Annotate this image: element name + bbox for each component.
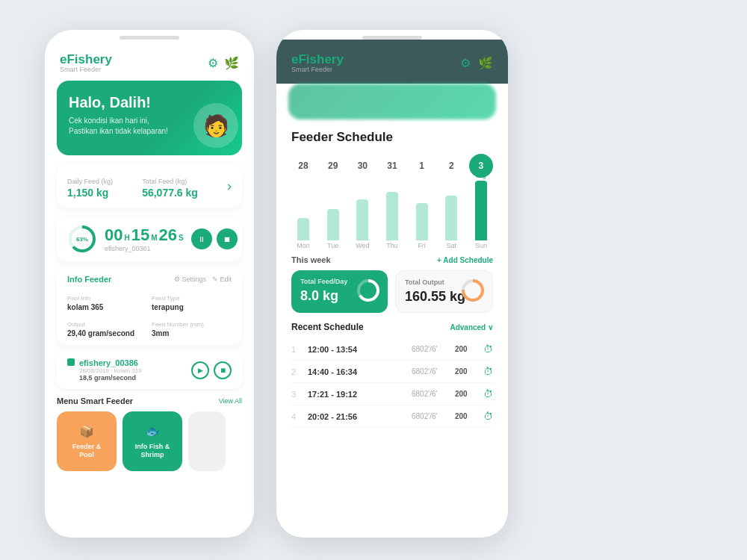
device-stop-button[interactable]: ⏹ [214, 361, 232, 379]
device-info: efishery_00386 28/08/2019 · kolam 319 18… [79, 358, 142, 382]
feeder-pool-card[interactable]: 📦 Feeder &Pool [57, 411, 117, 471]
bar-label-2: Wed [356, 242, 369, 249]
recent-schedule-title: Recent Schedule [291, 322, 364, 332]
device-play-button[interactable]: ▶ [191, 361, 209, 379]
device-name: efishery_00386 [79, 358, 142, 367]
advanced-button[interactable]: Advanced ∨ [450, 323, 493, 332]
output-label: Output [67, 321, 85, 328]
pool-label: Pool Info [67, 295, 91, 302]
fish-icon[interactable]: 🌿 [224, 56, 239, 70]
feed-day-donut [355, 277, 382, 307]
bar-col-1: Tue [321, 209, 345, 249]
schedule-row-4: 4 20:02 - 21:56 6802'/6' 200 ⏱ [291, 405, 493, 428]
bar-col-4: Fri [410, 203, 434, 249]
bar-1 [327, 209, 339, 240]
logo-left: eFishery Smart Feeder [60, 53, 112, 73]
cal-day-0[interactable]: 28 [291, 161, 315, 171]
total-feed-stat: Total Feed (kg) 56,077.6 kg [142, 173, 198, 199]
device-left: efishery_00386 28/08/2019 · kolam 319 18… [67, 358, 142, 382]
feeder-schedule-title: Feeder Schedule [291, 130, 493, 145]
total-feed-value: 56,077.6 kg [142, 187, 198, 199]
feed-arrow-icon[interactable]: › [227, 178, 232, 194]
schedule-row-3: 3 17:21 - 19:12 6802'/6' 200 ⏱ [291, 383, 493, 405]
sch-timer-icon-4[interactable]: ⏱ [483, 411, 493, 422]
info-feeder-header: Info Feeder ⚙ Settings ✎ Edit [67, 275, 232, 284]
settings-link[interactable]: ⚙ Settings [174, 276, 206, 283]
sch-timer-icon-2[interactable]: ⏱ [483, 366, 493, 377]
this-week-row: This week + Add Schedule [291, 255, 493, 264]
timer-h-unit: H [124, 234, 129, 242]
right-header: eFishery Smart Feeder ⚙ 🌿 [276, 40, 508, 84]
cal-day-2[interactable]: 30 [350, 161, 374, 171]
sch-time-3: 17:21 - 19:12 [308, 390, 406, 399]
person-icon-right[interactable]: 🌿 [478, 56, 493, 70]
logo-right: eFishery Smart Feeder [291, 53, 344, 73]
cal-day-4[interactable]: 1 [410, 161, 434, 171]
sch-code-1: 6802'/6' [412, 345, 449, 353]
info-fish-shrimp-card[interactable]: 🐟 Info Fish &Shrimp [123, 411, 182, 471]
sch-time-2: 14:40 - 16:34 [308, 367, 406, 376]
bar-col-0: Mon [291, 218, 315, 249]
recent-schedule-header: Recent Schedule Advanced ∨ [291, 322, 493, 332]
bar-5 [445, 196, 457, 240]
sch-code-2: 6802'/6' [412, 367, 449, 376]
app-tagline-right: Smart Feeder [291, 66, 344, 73]
sch-timer-icon-3[interactable]: ⏱ [483, 388, 493, 399]
stat-cards: Total Feed/Day 8.0 kg Total Output 160.5… [291, 270, 493, 313]
device-controls: ▶ ⏹ [191, 361, 232, 379]
app-name-right: eFishery [291, 53, 344, 66]
info-feeder-title: Info Feeder [67, 275, 111, 284]
header-icons-left: ⚙ 🌿 [208, 56, 239, 70]
pause-button[interactable]: ⏸ [191, 228, 212, 249]
total-output-card: Total Output 160.55 kg [395, 270, 493, 313]
output-value: 29,40 gram/second [67, 329, 147, 337]
bar-col-5: Sat [439, 196, 463, 249]
timer-hours: 00 [105, 225, 123, 245]
output-cell: Output 29,40 gram/second [67, 316, 147, 337]
right-main-content: Feeder Schedule 28 29 30 31 1 2 3 Mon [276, 119, 508, 438]
menu-title: Menu Smart Feeder [57, 396, 133, 405]
feed-type-value: terapung [152, 303, 232, 311]
bar-4 [416, 203, 428, 240]
view-all-link[interactable]: View All [219, 397, 242, 405]
gear-icon-right[interactable]: ⚙ [460, 56, 471, 70]
daily-feed-value: 1,150 kg [67, 187, 113, 199]
device-card: efishery_00386 28/08/2019 · kolam 319 18… [57, 351, 242, 389]
header-icons-right: ⚙ 🌿 [460, 56, 493, 70]
total-output-donut [459, 277, 486, 307]
feed-stats-card[interactable]: Daily Feed (kg) 1,150 kg Total Feed (kg)… [57, 164, 242, 208]
edit-link[interactable]: ✎ Edit [212, 276, 232, 283]
bar-label-3: Thu [386, 242, 398, 249]
gear-icon[interactable]: ⚙ [208, 56, 218, 70]
sch-num-2: 2 [291, 367, 302, 376]
feeder-pool-icon: 📦 [79, 424, 94, 438]
feed-num-cell: Feed Number (mm) 3mm [152, 316, 232, 337]
left-phone: eFishery Smart Feeder ⚙ 🌿 Halo, Dalih! C… [45, 30, 254, 538]
left-header: eFishery Smart Feeder ⚙ 🌿 [45, 40, 254, 81]
sch-code-4: 6802'/6' [412, 412, 449, 420]
add-schedule-button[interactable]: + Add Schedule [437, 256, 493, 264]
sch-timer-icon-1[interactable]: ⏱ [483, 343, 493, 355]
bar-col-6: 8kg Sun [469, 172, 493, 249]
calendar-row: 28 29 30 31 1 2 3 [291, 154, 493, 178]
sch-num-4: 4 [291, 412, 302, 421]
menu-section: Menu Smart Feeder View All 📦 Feeder &Poo… [57, 396, 242, 471]
feed-num-value: 3mm [152, 329, 232, 337]
cal-day-1[interactable]: 29 [321, 161, 345, 171]
bar-col-3: Thu [380, 192, 404, 249]
daily-feed-stat: Daily Feed (kg) 1,150 kg [67, 173, 113, 199]
stop-button[interactable]: ⏹ [217, 228, 238, 249]
cal-day-5[interactable]: 2 [439, 161, 463, 171]
feeder-pool-label: Feeder &Pool [72, 443, 102, 459]
bar-6-highlight [475, 181, 487, 240]
feed-day-card: Total Feed/Day 8.0 kg [291, 270, 388, 313]
device-meta: 28/08/2019 · kolam 319 [79, 367, 142, 374]
bar-label-1: Tue [327, 242, 338, 249]
sch-ml-3: 200 [455, 390, 477, 398]
timer-device-id: efishery_00361 [105, 245, 184, 252]
pool-info-cell: Pool Info kolam 365 [67, 290, 147, 311]
bar-chart: Mon Tue Wed Thu Fri [291, 182, 493, 249]
sch-ml-1: 200 [455, 345, 477, 353]
schedule-row-1: 1 12:00 - 13:54 6802'/6' 200 ⏱ [291, 338, 493, 361]
cal-day-3[interactable]: 31 [380, 161, 404, 171]
